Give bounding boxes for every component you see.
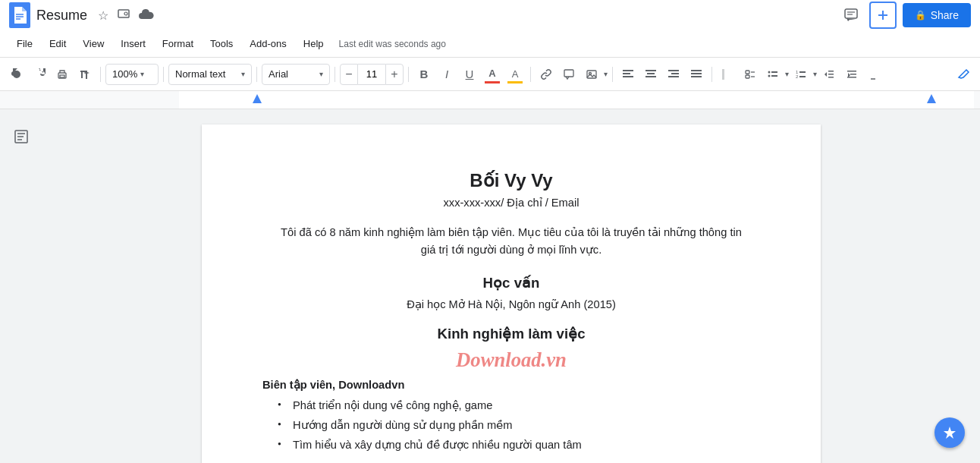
- bullet-list-btn[interactable]: [762, 64, 784, 85]
- divider-4: [335, 67, 335, 82]
- last-edit-status: Last edit was seconds ago: [339, 39, 446, 49]
- checklist-btn[interactable]: [740, 64, 761, 85]
- align-left-btn[interactable]: [617, 64, 639, 85]
- svg-rect-39: [799, 76, 806, 77]
- highlight-btn[interactable]: A: [504, 64, 526, 85]
- menu-insert[interactable]: Insert: [113, 35, 153, 52]
- align-justify-btn[interactable]: [686, 64, 707, 85]
- share-button[interactable]: 🔒 Share: [903, 3, 971, 27]
- svg-rect-37: [799, 71, 806, 73]
- svg-rect-30: [746, 75, 749, 78]
- document-area[interactable]: Bối Vy Vy xxx-xxx-xxx/ Địa chỉ / Email T…: [42, 109, 980, 463]
- svg-rect-24: [691, 70, 702, 71]
- svg-rect-13: [587, 71, 596, 78]
- divider-7: [612, 67, 613, 82]
- sidebar-outline-icon[interactable]: [6, 121, 36, 152]
- svg-rect-42: [828, 77, 834, 78]
- svg-rect-41: [828, 74, 834, 75]
- text-color-btn[interactable]: A: [482, 64, 503, 85]
- divider-2: [163, 67, 164, 82]
- resume-summary: Tôi đã có 8 năm kinh nghiệm làm biên tập…: [262, 224, 760, 260]
- zoom-chevron: ▾: [140, 70, 144, 78]
- svg-rect-44: [850, 74, 856, 75]
- undo-btn[interactable]: [6, 64, 27, 85]
- paint-format-btn[interactable]: [74, 64, 96, 85]
- cloud-icon[interactable]: [137, 7, 155, 24]
- zoom-select[interactable]: 100% ▾: [105, 64, 159, 85]
- align-center-btn[interactable]: [640, 64, 661, 85]
- svg-rect-12: [564, 70, 573, 77]
- svg-rect-33: [771, 71, 777, 73]
- svg-rect-25: [691, 73, 702, 74]
- menu-edit[interactable]: Edit: [42, 35, 74, 52]
- svg-text:2: 2: [796, 74, 799, 79]
- numbered-list-chevron[interactable]: ▾: [813, 70, 817, 78]
- menu-addons[interactable]: Add-ons: [242, 35, 294, 52]
- redo-btn[interactable]: [29, 64, 50, 85]
- style-select[interactable]: Normal text ▾: [168, 64, 252, 85]
- education-detail: Đại học Mở Hà Nội, Ngôn ngữ Anh (2015): [262, 298, 760, 310]
- font-select[interactable]: Arial ▾: [262, 64, 330, 85]
- svg-rect-18: [645, 70, 656, 71]
- document-page: Bối Vy Vy xxx-xxx-xxx/ Địa chỉ / Email T…: [202, 124, 821, 463]
- star-icon[interactable]: ☆: [96, 7, 110, 24]
- svg-rect-35: [771, 75, 777, 77]
- main-area: Bối Vy Vy xxx-xxx-xxx/ Địa chỉ / Email T…: [0, 109, 980, 463]
- style-chevron: ▾: [241, 70, 245, 78]
- ruler: [0, 91, 980, 109]
- ruler-inner: [179, 91, 974, 109]
- menu-file[interactable]: File: [9, 35, 40, 52]
- menu-format[interactable]: Format: [155, 35, 201, 52]
- ruler-right-indent-marker[interactable]: [927, 94, 936, 103]
- bold-btn[interactable]: B: [413, 64, 435, 85]
- svg-point-34: [768, 74, 771, 77]
- align-right-btn[interactable]: [663, 64, 684, 85]
- font-size-increase[interactable]: +: [385, 64, 404, 85]
- decrease-indent-btn[interactable]: [818, 64, 840, 85]
- svg-rect-28: [746, 71, 749, 74]
- image-btn[interactable]: [581, 64, 602, 85]
- image-chevron[interactable]: ▾: [604, 70, 608, 78]
- menu-view[interactable]: View: [75, 35, 112, 52]
- title-bar: Resume ☆ 🔒 Share: [0, 0, 980, 30]
- ruler-indent-marker[interactable]: [253, 94, 262, 103]
- explore-btn[interactable]: [934, 417, 965, 448]
- svg-rect-40: [828, 71, 834, 72]
- numbered-list-btn[interactable]: 1 2: [790, 64, 812, 85]
- menu-help[interactable]: Help: [296, 35, 331, 52]
- svg-rect-45: [847, 77, 856, 78]
- italic-btn[interactable]: I: [436, 64, 457, 85]
- print-btn[interactable]: [52, 64, 73, 85]
- document-title[interactable]: Resume: [36, 8, 87, 24]
- divider-6: [530, 67, 531, 82]
- bullet-item-2: Hướng dẫn người dùng sử dụng phần mềm: [281, 417, 760, 433]
- menu-tools[interactable]: Tools: [203, 35, 240, 52]
- comments-btn[interactable]: [839, 3, 863, 27]
- underline-btn[interactable]: U: [459, 64, 480, 85]
- svg-rect-16: [623, 73, 630, 74]
- doc-icon: [9, 2, 30, 28]
- font-size-decrease[interactable]: −: [340, 64, 358, 85]
- comment-btn[interactable]: [558, 64, 580, 85]
- link-btn[interactable]: [536, 64, 557, 85]
- svg-rect-21: [668, 70, 679, 71]
- title-actions: 🔒 Share: [839, 2, 971, 29]
- clear-formatting-btn[interactable]: [864, 64, 885, 85]
- bullet-list-chevron[interactable]: ▾: [785, 70, 789, 78]
- font-size-input[interactable]: [358, 64, 385, 85]
- svg-point-32: [768, 71, 771, 73]
- svg-rect-26: [691, 76, 702, 77]
- drive-save-icon[interactable]: [116, 6, 131, 24]
- add-drive-btn[interactable]: [869, 2, 897, 29]
- document-content: Bối Vy Vy xxx-xxx-xxx/ Địa chỉ / Email T…: [262, 170, 760, 453]
- editing-mode-btn[interactable]: [953, 64, 974, 85]
- svg-rect-23: [668, 76, 679, 77]
- bullet-item-3: Tìm hiểu và xây dựng chủ đề được nhiều n…: [281, 436, 760, 453]
- svg-rect-43: [847, 71, 856, 72]
- resume-contact: xxx-xxx-xxx/ Địa chỉ / Email: [262, 196, 760, 209]
- increase-indent-btn[interactable]: [841, 64, 862, 85]
- experience-title: Kinh nghiệm làm việc: [262, 326, 760, 342]
- line-spacing-btn[interactable]: [717, 64, 738, 85]
- svg-rect-22: [671, 73, 679, 74]
- svg-rect-5: [845, 9, 857, 18]
